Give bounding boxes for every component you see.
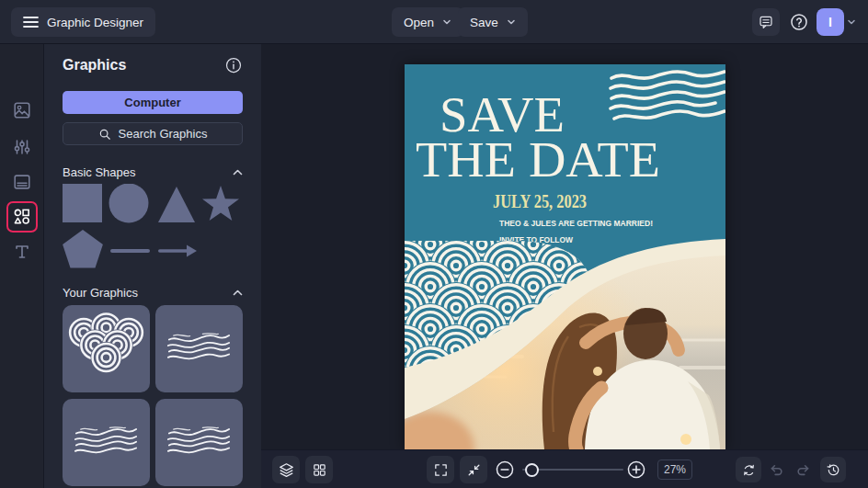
wavy-lines-icon [155, 305, 243, 392]
hamburger-icon [23, 16, 39, 28]
wavy-lines-icon [63, 399, 150, 486]
chevron-up-icon [233, 169, 243, 176]
seigaiha-cluster-icon [63, 305, 150, 392]
account-chevron-down-icon[interactable] [847, 17, 856, 27]
help-button[interactable] [785, 8, 813, 36]
reset-button[interactable] [736, 457, 761, 482]
basic-shapes-title: Basic Shapes [63, 165, 136, 179]
design-canvas[interactable]: SAVE THE DATE JULY 25, 2023 THEO & JULES… [405, 64, 725, 449]
app-title: Graphic Designer [47, 16, 143, 29]
graphic-tile-waves[interactable] [155, 399, 243, 486]
shape-star[interactable] [202, 186, 239, 221]
sidebar-item-adjustments[interactable] [12, 137, 32, 157]
grid-icon [312, 462, 327, 478]
search-icon [98, 128, 111, 141]
graphics-panel: Graphics Computer Search Graphics Basic … [44, 44, 261, 488]
open-label: Open [404, 16, 434, 29]
sidebar-item-text[interactable] [12, 242, 32, 262]
zoom-slider-knob[interactable] [525, 463, 539, 477]
history-icon [826, 462, 841, 478]
user-avatar[interactable]: I [817, 8, 844, 36]
canvas-area[interactable]: SAVE THE DATE JULY 25, 2023 THEO & JULES… [261, 44, 868, 488]
tool-rail [0, 44, 44, 488]
shape-square[interactable] [63, 184, 102, 222]
shape-pentagon[interactable] [63, 230, 103, 268]
layers-icon [278, 461, 295, 479]
graphic-tile-seigaiha[interactable] [63, 305, 150, 392]
feedback-button[interactable] [752, 8, 780, 36]
chevron-up-icon [233, 289, 243, 296]
search-graphics-label: Search Graphics [119, 127, 208, 141]
save-label: Save [470, 16, 498, 29]
shape-arrow[interactable] [158, 245, 197, 257]
your-graphics-header[interactable]: Your Graphics [63, 285, 243, 300]
chevron-down-icon [442, 17, 451, 27]
zoom-level-field[interactable]: 27% [657, 460, 692, 480]
fit-to-screen-icon [466, 462, 482, 478]
sidebar-item-image[interactable] [12, 100, 32, 120]
design-announcement[interactable]: THEO & JULES ARE GETTING MARRIED! [499, 219, 653, 228]
history-button[interactable] [820, 457, 846, 482]
main-menu-button[interactable]: Graphic Designer [11, 7, 155, 37]
shape-triangle[interactable] [158, 187, 195, 222]
wavy-lines-icon [155, 399, 243, 486]
grid-view-button[interactable] [305, 456, 333, 483]
top-bar: Graphic Designer Open Save [0, 0, 868, 44]
basic-shapes-grid [63, 184, 243, 274]
open-button[interactable]: Open [392, 7, 463, 37]
app-window: Graphic Designer Open Save [0, 0, 868, 488]
layers-button[interactable] [272, 456, 300, 483]
fullscreen-button[interactable] [427, 456, 454, 483]
your-graphics-title: Your Graphics [63, 286, 138, 300]
comment-icon [758, 14, 774, 30]
sidebar-item-templates[interactable] [12, 172, 32, 192]
search-graphics-button[interactable]: Search Graphics [63, 122, 243, 145]
shape-circle[interactable] [109, 184, 149, 223]
basic-shapes-header[interactable]: Basic Shapes [63, 165, 243, 179]
graphic-tile-waves[interactable] [63, 399, 150, 486]
panel-title: Graphics [63, 57, 126, 74]
sidebar-item-shapes[interactable] [12, 207, 32, 227]
zoom-in-button[interactable] [626, 460, 646, 480]
info-icon[interactable] [224, 56, 243, 74]
computer-upload-button[interactable]: Computer [63, 91, 243, 114]
zoom-out-button[interactable] [495, 460, 515, 480]
reset-icon [741, 462, 757, 478]
fullscreen-icon [433, 462, 449, 478]
heading-line2[interactable]: THE DATE [416, 132, 660, 187]
save-button[interactable]: Save [458, 7, 528, 37]
canvas-toolbar: 27% [261, 449, 868, 488]
design-date[interactable]: JULY 25, 2023 [493, 189, 587, 212]
undo-button[interactable] [767, 460, 785, 479]
redo-button[interactable] [794, 460, 813, 479]
help-icon [789, 12, 809, 32]
fit-to-screen-button[interactable] [460, 456, 487, 483]
graphic-tile-waves[interactable] [155, 305, 243, 392]
avatar-initial: I [828, 15, 832, 29]
shape-line[interactable] [110, 249, 150, 253]
chevron-down-icon [507, 17, 516, 27]
